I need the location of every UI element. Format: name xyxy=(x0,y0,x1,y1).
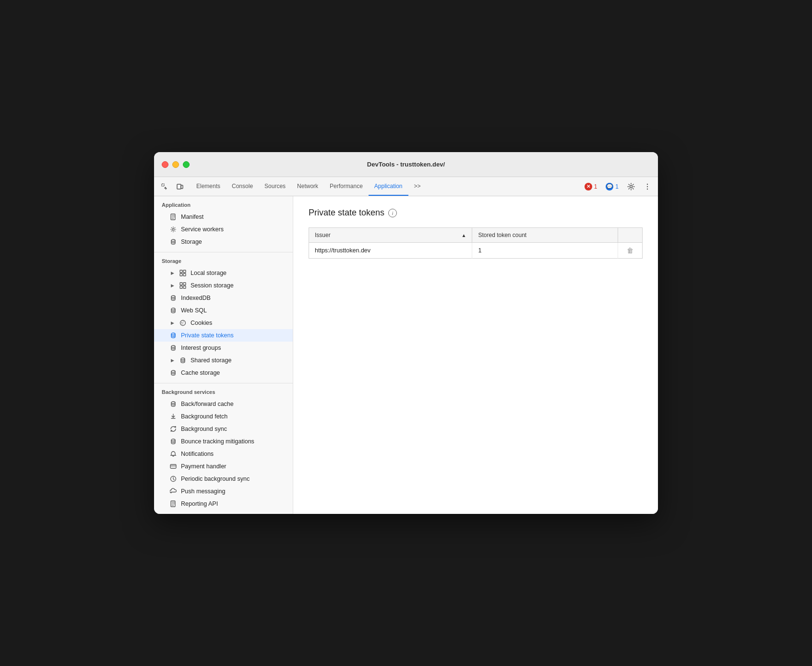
message-icon: 💬 xyxy=(606,183,613,190)
svg-rect-13 xyxy=(183,274,186,276)
svg-rect-14 xyxy=(180,283,182,285)
sidebar-item-local-storage[interactable]: ▶ Local storage xyxy=(154,267,293,279)
svg-rect-31 xyxy=(170,464,176,468)
cookie-icon xyxy=(179,319,187,327)
window-title: DevTools - trusttoken.dev/ xyxy=(367,161,445,168)
sidebar-label-cookies: Cookies xyxy=(191,320,212,326)
message-badge[interactable]: 💬 1 xyxy=(603,182,621,191)
payment-icon xyxy=(169,463,177,470)
title-bar: DevTools - trusttoken.dev/ xyxy=(154,152,658,177)
sidebar-label-shared-storage: Shared storage xyxy=(191,357,231,364)
sidebar-label-back-forward-cache: Back/forward cache xyxy=(181,401,234,407)
sidebar: Application Manifest xyxy=(154,196,293,514)
table-row: https://trusttoken.dev 1 🗑 xyxy=(309,243,643,259)
expand-icon: ▶ xyxy=(169,270,175,276)
svg-point-23 xyxy=(182,323,183,324)
db-icon7 xyxy=(169,369,177,377)
sidebar-item-bounce-tracking[interactable]: Bounce tracking mitigations xyxy=(154,435,293,448)
tab-network[interactable]: Network xyxy=(291,177,324,196)
error-count: 1 xyxy=(594,183,597,190)
sidebar-item-push-messaging[interactable]: Push messaging xyxy=(154,485,293,498)
close-button[interactable] xyxy=(162,161,168,168)
svg-point-22 xyxy=(183,321,184,322)
db-icon9 xyxy=(169,438,177,445)
error-badge[interactable]: ✕ 1 xyxy=(582,182,600,191)
svg-point-27 xyxy=(181,358,185,360)
maximize-button[interactable] xyxy=(183,161,190,168)
svg-point-30 xyxy=(171,439,175,441)
sidebar-item-periodic-background-sync[interactable]: Periodic background sync xyxy=(154,473,293,485)
sidebar-item-notifications[interactable]: Notifications xyxy=(154,448,293,460)
minimize-button[interactable] xyxy=(172,161,179,168)
svg-point-19 xyxy=(171,308,175,310)
sort-arrow-icon: ▲ xyxy=(462,233,466,238)
sidebar-label-session-storage: Session storage xyxy=(191,282,234,289)
sidebar-item-cookies[interactable]: ▶ Cookies xyxy=(154,317,293,329)
file-icon xyxy=(169,213,177,221)
tab-more[interactable]: >> xyxy=(408,177,427,196)
tab-console[interactable]: Console xyxy=(226,177,259,196)
sidebar-item-indexeddb[interactable]: IndexedDB xyxy=(154,292,293,304)
tokens-table: Issuer ▲ Stored token count https://trus… xyxy=(309,227,643,259)
svg-point-25 xyxy=(171,333,175,335)
expand-icon: ▶ xyxy=(169,357,175,363)
sidebar-item-service-workers[interactable]: Service workers xyxy=(154,223,293,236)
sidebar-item-manifest[interactable]: Manifest xyxy=(154,211,293,223)
sync-icon xyxy=(169,425,177,433)
column-stored-token-count: Stored token count xyxy=(472,228,618,243)
sidebar-label-interest-groups: Interest groups xyxy=(181,345,221,351)
bell-icon xyxy=(169,450,177,458)
settings-icon[interactable] xyxy=(624,180,638,193)
sidebar-label-notifications: Notifications xyxy=(181,451,214,457)
toolbar-right: ✕ 1 💬 1 xyxy=(582,177,654,196)
svg-point-5 xyxy=(647,186,648,187)
column-issuer[interactable]: Issuer ▲ xyxy=(309,228,472,243)
error-icon: ✕ xyxy=(585,183,592,190)
sidebar-item-background-fetch[interactable]: Background fetch xyxy=(154,410,293,423)
sidebar-item-session-storage[interactable]: ▶ Session storage xyxy=(154,279,293,292)
toolbar-icons xyxy=(158,177,187,196)
sidebar-item-cache-storage[interactable]: Cache storage xyxy=(154,367,293,379)
sidebar-item-payment-handler[interactable]: Payment handler xyxy=(154,460,293,473)
tab-performance[interactable]: Performance xyxy=(324,177,369,196)
svg-point-20 xyxy=(180,321,186,326)
cloud-icon xyxy=(169,488,177,495)
sidebar-item-back-forward-cache[interactable]: Back/forward cache xyxy=(154,398,293,410)
clock-icon xyxy=(169,475,177,483)
sidebar-section-background: Background services Back/forward cache xyxy=(154,383,293,514)
more-options-icon[interactable] xyxy=(641,180,654,193)
tab-elements[interactable]: Elements xyxy=(191,177,226,196)
db-icon6 xyxy=(179,357,187,364)
tab-application[interactable]: Application xyxy=(369,177,408,196)
sidebar-label-reporting-api: Reporting API xyxy=(181,500,218,507)
db-icon4 xyxy=(169,332,177,339)
sidebar-label-private-state-tokens: Private state tokens xyxy=(181,332,234,339)
sidebar-item-interest-groups[interactable]: Interest groups xyxy=(154,342,293,354)
sidebar-label-payment-handler: Payment handler xyxy=(181,463,227,470)
db-icon2 xyxy=(169,294,177,302)
main-layout: Application Manifest xyxy=(154,196,658,514)
cell-stored-token-count: 1 xyxy=(472,243,618,259)
device-toolbar-icon[interactable] xyxy=(173,180,187,193)
info-icon[interactable]: i xyxy=(388,209,397,217)
grid-icon xyxy=(179,269,187,277)
sidebar-label-cache-storage: Cache storage xyxy=(181,369,220,376)
sidebar-item-private-state-tokens[interactable]: Private state tokens xyxy=(154,329,293,342)
sidebar-item-shared-storage[interactable]: ▶ Shared storage xyxy=(154,354,293,367)
sidebar-section-application: Application Manifest xyxy=(154,196,293,252)
tab-sources[interactable]: Sources xyxy=(259,177,291,196)
svg-rect-16 xyxy=(180,286,182,288)
tab-bar: Elements Console Sources Network Perform… xyxy=(154,177,658,196)
cursor-icon[interactable] xyxy=(158,180,171,193)
section-title-application: Application xyxy=(154,202,293,211)
sidebar-label-local-storage: Local storage xyxy=(191,270,227,276)
sidebar-item-storage[interactable]: Storage xyxy=(154,236,293,248)
fetch-icon xyxy=(169,413,177,420)
devtools-window: DevTools - trusttoken.dev/ Elements Cons… xyxy=(154,152,658,514)
sidebar-item-reporting-api[interactable]: Reporting API xyxy=(154,498,293,510)
sidebar-item-background-sync[interactable]: Background sync xyxy=(154,423,293,435)
delete-button[interactable]: 🗑 xyxy=(624,246,636,255)
sidebar-item-web-sql[interactable]: Web SQL xyxy=(154,304,293,317)
svg-point-4 xyxy=(647,183,648,184)
file-icon2 xyxy=(169,500,177,508)
